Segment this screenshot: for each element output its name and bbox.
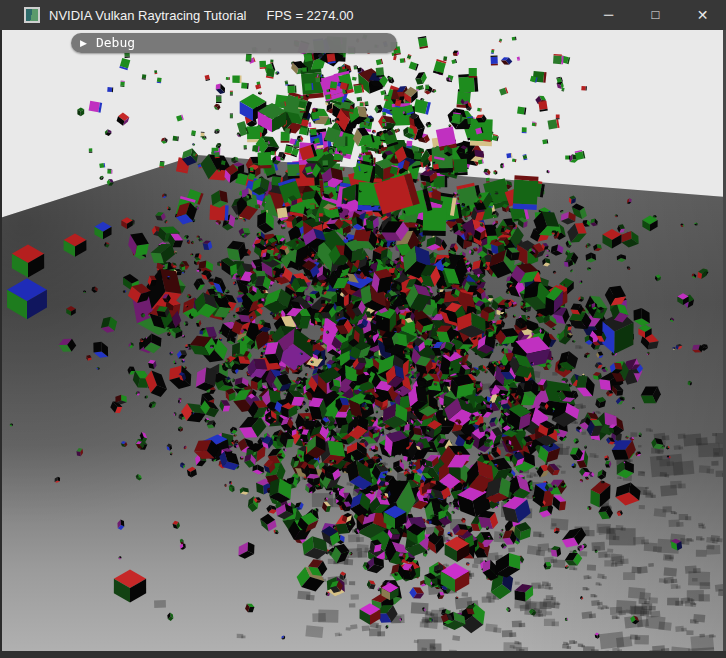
app-window: NVIDIA Vulkan Raytracing Tutorial FPS = … <box>0 0 726 658</box>
titlebar: NVIDIA Vulkan Raytracing Tutorial FPS = … <box>0 0 726 30</box>
viewport-canvas[interactable] <box>0 30 726 658</box>
minimize-button[interactable]: ─ <box>585 0 632 30</box>
app-icon <box>24 7 40 23</box>
debug-header-label: Debug <box>96 33 135 53</box>
window-title: NVIDIA Vulkan Raytracing Tutorial <box>49 8 247 23</box>
close-button[interactable]: ✕ <box>679 0 726 30</box>
window-controls: ─ □ ✕ <box>585 0 726 30</box>
fps-counter: FPS = 2274.00 <box>267 8 354 23</box>
maximize-button[interactable]: □ <box>632 0 679 30</box>
debug-header[interactable]: ▶ Debug <box>71 33 397 53</box>
collapse-arrow-icon: ▶ <box>80 33 87 53</box>
